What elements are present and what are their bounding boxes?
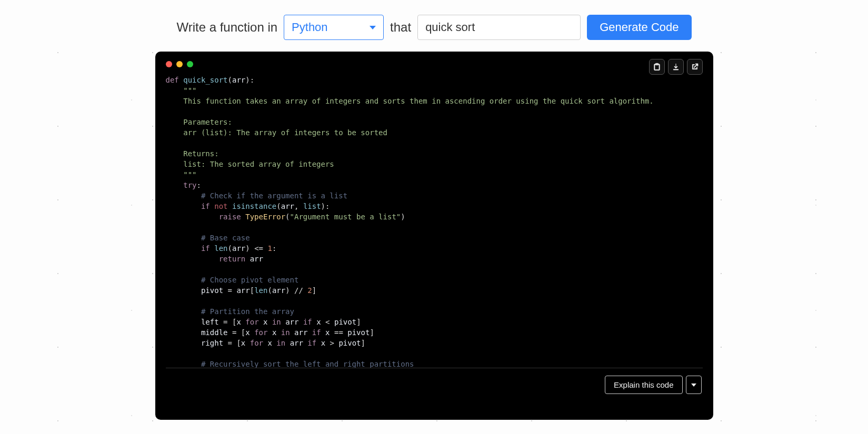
prompt-row: Write a function in Python that Generate… bbox=[155, 15, 713, 40]
explain-row: Explain this code bbox=[166, 376, 703, 394]
maximize-icon[interactable] bbox=[187, 61, 193, 67]
external-link-icon bbox=[691, 63, 699, 71]
chevron-down-icon bbox=[370, 26, 376, 29]
terminal-actions bbox=[649, 59, 703, 75]
chevron-down-icon bbox=[691, 383, 696, 387]
generate-code-button[interactable]: Generate Code bbox=[587, 15, 691, 40]
open-external-button[interactable] bbox=[687, 59, 703, 75]
explain-dropdown-button[interactable] bbox=[686, 376, 702, 394]
language-select[interactable]: Python bbox=[284, 15, 384, 40]
language-select-value: Python bbox=[292, 21, 328, 34]
download-icon bbox=[672, 63, 680, 71]
download-button[interactable] bbox=[668, 59, 684, 75]
minimize-icon[interactable] bbox=[176, 61, 183, 67]
window-controls bbox=[166, 61, 703, 67]
prompt-prefix: Write a function in bbox=[176, 20, 277, 35]
explain-code-button[interactable]: Explain this code bbox=[605, 376, 682, 394]
clipboard-icon bbox=[653, 63, 661, 71]
code-terminal: def quick_sort(arr): """ This function t… bbox=[155, 52, 713, 420]
close-icon[interactable] bbox=[166, 61, 172, 67]
copy-button[interactable] bbox=[649, 59, 665, 75]
task-input[interactable] bbox=[417, 15, 581, 40]
prompt-middle: that bbox=[390, 20, 411, 35]
code-block: def quick_sort(arr): """ This function t… bbox=[166, 75, 700, 368]
code-scroll[interactable]: def quick_sort(arr): """ This function t… bbox=[166, 75, 703, 368]
